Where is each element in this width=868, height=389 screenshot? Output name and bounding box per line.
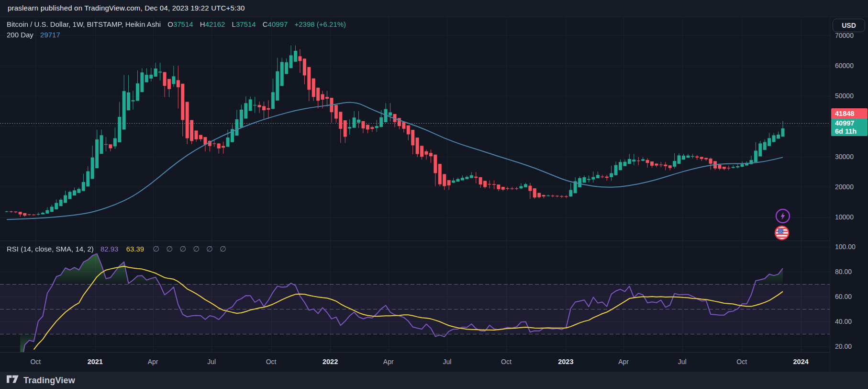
time-tick-label: 2021 xyxy=(88,358,103,366)
price-tick-label: 30000 xyxy=(835,153,854,160)
rsi-empty-slots: ∅∅∅∅∅∅ xyxy=(153,245,233,253)
price-axis[interactable]: USD 41848 40997 6d 11h 70000600005000030… xyxy=(830,17,868,372)
open-value: 37514 xyxy=(173,20,193,28)
high-value: 42162 xyxy=(205,20,225,28)
footer-bar: TradingView xyxy=(0,372,868,389)
last-price-value: 41848 xyxy=(835,110,854,117)
bar-countdown: 6d 11h xyxy=(835,127,868,136)
ohlc-close: C40997 xyxy=(263,20,288,28)
time-tick-label: 2023 xyxy=(558,358,573,366)
rsi-tick-label: 20.00 xyxy=(835,343,852,350)
time-tick-label: Oct xyxy=(501,358,512,366)
close-label: C xyxy=(263,20,268,28)
close-value: 40997 xyxy=(268,20,288,28)
tradingview-snapshot: praslearn published on TradingView.com, … xyxy=(0,0,868,389)
rsi-tick-label: 60.00 xyxy=(835,293,852,300)
time-tick-label: Apr xyxy=(383,358,394,366)
time-tick-label: 2022 xyxy=(323,358,338,366)
rsi-value: 82.93 xyxy=(100,245,119,253)
rsi-title: RSI (14, close, SMA, 14, 2) xyxy=(7,245,94,253)
us-flag-button[interactable] xyxy=(774,225,790,240)
ha-close-value: 40997 xyxy=(835,119,868,127)
tradingview-logo[interactable]: TradingView xyxy=(7,375,75,386)
no-data-icon: ∅ xyxy=(220,245,226,253)
main-chart-legend: Bitcoin / U.S. Dollar, 1W, BITSTAMP, Hei… xyxy=(7,20,346,39)
symbol-legend-row: Bitcoin / U.S. Dollar, 1W, BITSTAMP, Hei… xyxy=(7,20,346,28)
no-data-icon: ∅ xyxy=(193,245,200,253)
rsi-legend: RSI (14, close, SMA, 14, 2) 82.93 63.39 … xyxy=(7,244,233,253)
high-label: H xyxy=(200,20,205,28)
rsi-tick-label: 80.00 xyxy=(835,268,852,275)
rsi-ma-value: 63.39 xyxy=(126,245,145,253)
price-tick-label: 60000 xyxy=(835,62,854,69)
low-label: L xyxy=(232,20,236,28)
price-tick-label: 70000 xyxy=(835,32,854,39)
ma-label: 200 Day xyxy=(7,31,33,39)
time-tick-label: Oct xyxy=(736,358,747,366)
price-tick-label: 10000 xyxy=(835,213,854,221)
no-data-icon: ∅ xyxy=(166,245,173,253)
time-tick-label: Jul xyxy=(207,358,216,366)
lightning-button[interactable] xyxy=(775,208,790,224)
rsi-tick-label: 100.00 xyxy=(835,243,856,251)
price-tick-label: 50000 xyxy=(835,92,854,100)
ohlc-open: O37514 xyxy=(167,20,193,28)
time-tick-label: Oct xyxy=(30,358,41,366)
time-axis[interactable]: Oct2021AprJulOct2022AprJulOct2023AprJulO… xyxy=(0,352,868,372)
price-chart-canvas[interactable] xyxy=(0,17,830,372)
chart-region: Bitcoin / U.S. Dollar, 1W, BITSTAMP, Hei… xyxy=(0,17,868,372)
tradingview-mark-icon xyxy=(7,375,20,386)
change-value: +2398 (+6.21%) xyxy=(295,20,346,28)
ohlc-high: H42162 xyxy=(200,20,225,28)
price-tick-label: 20000 xyxy=(835,183,854,191)
time-tick-label: Jul xyxy=(443,358,451,366)
currency-toggle-button[interactable]: USD xyxy=(833,19,865,32)
no-data-icon: ∅ xyxy=(179,245,186,253)
publish-text: praslearn published on TradingView.com, … xyxy=(8,4,245,12)
last-price-badge: 41848 xyxy=(831,108,868,119)
ohlc-low: L37514 xyxy=(232,20,256,28)
no-data-icon: ∅ xyxy=(153,245,159,253)
no-data-icon: ∅ xyxy=(206,245,213,253)
time-tick-label: Jul xyxy=(678,358,687,366)
time-tick-label: Oct xyxy=(266,358,277,366)
tradingview-brand-text: TradingView xyxy=(23,376,75,386)
ma-legend-row: 200 Day 29717 xyxy=(7,31,346,39)
time-tick-label: Apr xyxy=(618,358,629,366)
time-tick-label: 2024 xyxy=(793,358,809,366)
ha-close-badge: 40997 6d 11h xyxy=(831,119,868,136)
open-label: O xyxy=(167,20,173,28)
time-tick-label: Apr xyxy=(148,358,158,366)
symbol-title: Bitcoin / U.S. Dollar, 1W, BITSTAMP, Hei… xyxy=(7,20,161,28)
publish-bar: praslearn published on TradingView.com, … xyxy=(0,0,868,17)
low-value: 37514 xyxy=(236,20,256,28)
ma-value: 29717 xyxy=(40,31,60,39)
rsi-tick-label: 40.00 xyxy=(835,318,852,325)
